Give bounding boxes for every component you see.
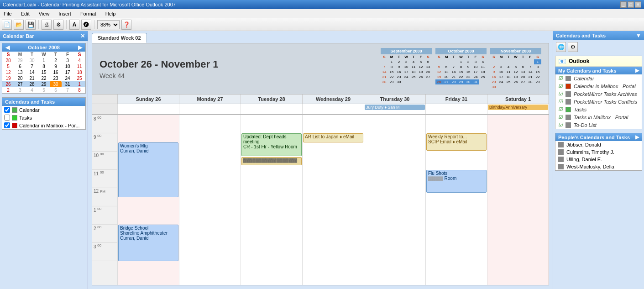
rp-globe-button[interactable]: 🌐: [556, 42, 566, 52]
tab-standard-week[interactable]: Standard Week 02: [92, 33, 147, 43]
day-10[interactable]: 10: [62, 63, 73, 69]
day-28-sep[interactable]: 28: [2, 58, 14, 63]
event-dept-heads[interactable]: Updated: Dept heads meetingCR - 1st Flr …: [241, 133, 302, 156]
cal-checkbox-calendar[interactable]: [4, 107, 10, 113]
time-column: 8 00 9 00 10 00 11 00: [92, 115, 117, 285]
all-day-event-jury[interactable]: Jury Duty ♦ San Mi: [365, 105, 425, 110]
menu-view[interactable]: View: [37, 11, 52, 17]
rp-check-tasks-mailbox: ☑: [558, 114, 563, 120]
window-controls[interactable]: _ □ ✕: [620, 1, 641, 8]
day-4-nov[interactable]: 4: [26, 87, 38, 93]
day-3-nov[interactable]: 3: [14, 87, 26, 93]
rp-item-calendar[interactable]: ☑ Calendar: [555, 74, 642, 82]
day-29[interactable]: 29: [38, 81, 50, 87]
cal-checkbox-tasks[interactable]: [4, 115, 10, 121]
day-6-nov[interactable]: 6: [50, 87, 62, 93]
menu-help[interactable]: Help: [104, 11, 118, 17]
day-3[interactable]: 3: [62, 58, 73, 63]
menu-edit[interactable]: Edit: [19, 11, 31, 17]
day-16[interactable]: 16: [50, 69, 62, 75]
day-7-nov[interactable]: 7: [62, 87, 73, 93]
day-5-nov[interactable]: 5: [38, 87, 50, 93]
right-panel-dropdown-button[interactable]: ▼: [636, 32, 641, 39]
people-expand[interactable]: ▶: [635, 134, 639, 140]
day-29-sep[interactable]: 29: [14, 58, 26, 63]
day-7[interactable]: 7: [26, 63, 38, 69]
day-13[interactable]: 13: [14, 69, 26, 75]
event-tue-tan[interactable]: ▓▓▓▓▓▓▓▓▓▓▓▓▓▓▓▓▓▓: [241, 157, 302, 165]
maximize-button[interactable]: □: [628, 1, 634, 8]
rp-item-tasks[interactable]: ☑ Tasks: [555, 105, 642, 113]
day-28[interactable]: 28: [26, 81, 38, 87]
cal-item-calendar[interactable]: Calendar: [2, 106, 85, 114]
menu-format[interactable]: Format: [79, 11, 98, 17]
rp-item-cal-mailbox[interactable]: ☑ Calendar in Mailbox - Portal: [555, 82, 642, 90]
rp-settings-button[interactable]: ⚙: [568, 42, 578, 52]
event-flu-shots[interactable]: Flu Shots▓▓▓▓▓ Room: [426, 170, 487, 193]
event-weekly-report[interactable]: Weekly Report to...SCIP Email ♦ eMail: [426, 133, 487, 151]
day-headers: Sunday 26 Monday 27 Tuesday 28 Wednesday…: [92, 95, 549, 104]
event-bridge-school[interactable]: Bridge SchoolShoreline AmphitheaterCurra…: [118, 225, 178, 261]
all-day-event-birthday[interactable]: Birthday/Anniversary: [488, 105, 548, 110]
person-timothy[interactable]: Culmmins, Timothy J.: [555, 148, 642, 156]
prev-month-button[interactable]: ◀: [4, 44, 11, 51]
day-12[interactable]: 12: [2, 69, 14, 75]
minimize-button[interactable]: _: [620, 1, 627, 8]
rp-item-todo[interactable]: ☑ To-Do List: [555, 121, 642, 129]
new-button[interactable]: 📄: [2, 20, 12, 30]
person-della[interactable]: West-Maclosky, Della: [555, 163, 642, 170]
help-button[interactable]: ❓: [121, 20, 131, 30]
person-daniel[interactable]: Ulllng, Daniel E.: [555, 156, 642, 163]
cal-item-tasks[interactable]: Tasks: [2, 114, 85, 121]
day-15[interactable]: 15: [38, 69, 50, 75]
next-month-button[interactable]: ▶: [77, 44, 84, 51]
day-24[interactable]: 24: [62, 75, 73, 81]
day-21[interactable]: 21: [26, 75, 38, 81]
day-8-nov[interactable]: 8: [73, 87, 85, 93]
event-ar-list[interactable]: AR List to Japan ♦ eMail: [303, 133, 363, 142]
time-9: 9 00: [92, 133, 117, 152]
save-button[interactable]: 💾: [26, 20, 36, 30]
day-2[interactable]: 2: [50, 58, 62, 63]
zoom-select[interactable]: 88%: [97, 20, 120, 29]
day-23[interactable]: 23: [50, 75, 62, 81]
day-17[interactable]: 17: [62, 69, 73, 75]
day-27[interactable]: 27: [14, 81, 26, 87]
day-4[interactable]: 4: [73, 58, 85, 63]
rp-item-pm-archives[interactable]: ☑ PocketMirror Tasks Archives: [555, 90, 642, 98]
day-1[interactable]: 1: [38, 58, 50, 63]
day-14[interactable]: 14: [26, 69, 38, 75]
day-26[interactable]: 26: [2, 81, 14, 87]
open-button[interactable]: 📂: [14, 20, 24, 30]
my-cal-expand[interactable]: ▶: [635, 68, 639, 74]
day-20[interactable]: 20: [14, 75, 26, 81]
rp-item-tasks-mailbox[interactable]: ☑ Tasks in Mailbox - Portal: [555, 113, 642, 121]
sidebar-close-button[interactable]: ✕: [80, 33, 85, 39]
cal-checkbox-mailbox[interactable]: [4, 122, 10, 128]
menu-insert[interactable]: Insert: [57, 11, 73, 17]
format-button[interactable]: 🅐: [81, 20, 91, 30]
day-30-today[interactable]: 30: [50, 81, 62, 87]
person-donald[interactable]: Jibbser, Donald: [555, 141, 642, 148]
day-30-sep[interactable]: 30: [26, 58, 38, 63]
day-1-nov[interactable]: 1: [73, 81, 85, 87]
day-25[interactable]: 25: [73, 75, 85, 81]
rp-item-pm-conflicts[interactable]: ☑ PocketMirror Tasks Conflicts: [555, 98, 642, 105]
cal-item-mailbox[interactable]: Calendar in Mailbox - Por...: [2, 121, 85, 129]
print2-button[interactable]: ⚙: [53, 20, 63, 30]
day-2-nov[interactable]: 2: [2, 87, 14, 93]
day-18[interactable]: 18: [73, 69, 85, 75]
day-19[interactable]: 19: [2, 75, 14, 81]
day-9[interactable]: 9: [50, 63, 62, 69]
bold-button[interactable]: A: [69, 20, 79, 30]
day-5[interactable]: 5: [2, 63, 14, 69]
menu-file[interactable]: File: [2, 11, 14, 17]
day-31[interactable]: 31: [62, 81, 73, 87]
day-6[interactable]: 6: [14, 63, 26, 69]
day-22[interactable]: 22: [38, 75, 50, 81]
print-button[interactable]: 🖨: [42, 20, 52, 30]
day-11[interactable]: 11: [73, 63, 85, 69]
day-8[interactable]: 8: [38, 63, 50, 69]
event-womens-mtg[interactable]: Women's MtgCurran, Daniel: [118, 142, 178, 197]
close-button[interactable]: ✕: [635, 1, 641, 8]
